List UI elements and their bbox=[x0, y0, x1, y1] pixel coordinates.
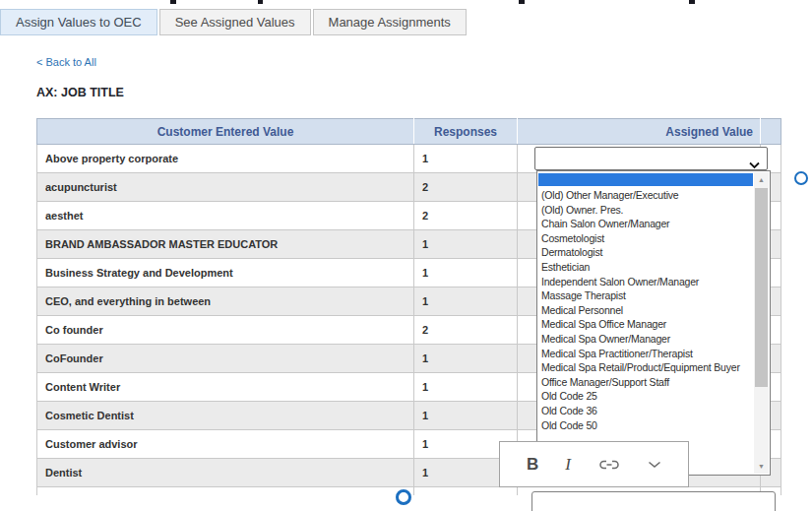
assigned-value-select[interactable] bbox=[534, 147, 768, 170]
dropdown-option[interactable]: Medical Personnel bbox=[538, 303, 753, 318]
dropdown-option[interactable]: Chain Salon Owner/Manager bbox=[538, 217, 753, 231]
cell-responses: 2 bbox=[414, 173, 518, 202]
screen: Assign Values to OEC See Assigned Values… bbox=[0, 0, 812, 511]
dropdown-scrollbar[interactable]: ▲ ▼ bbox=[754, 172, 769, 474]
cell-customer-value: Business Strategy and Development bbox=[37, 259, 414, 287]
dropdown-option[interactable]: (Old) Owner. Pres. bbox=[538, 203, 753, 218]
scroll-up-icon[interactable]: ▲ bbox=[754, 172, 769, 187]
dropdown-option[interactable]: Independent Salon Owner/Manager bbox=[538, 275, 753, 289]
cell-customer-value: Content Writer bbox=[37, 373, 414, 402]
scrollbar-thumb[interactable] bbox=[755, 188, 768, 387]
cell-customer-value: aesthet bbox=[37, 202, 414, 230]
dropdown-option-blank-selected[interactable] bbox=[538, 173, 753, 186]
dropdown-option[interactable]: Massage Therapist bbox=[538, 288, 753, 303]
col-header-assigned-value: Assigned Value bbox=[518, 119, 761, 145]
cell-responses: 1 bbox=[414, 287, 518, 316]
cell-responses: 1 bbox=[414, 259, 518, 287]
bold-button[interactable]: B bbox=[527, 455, 538, 475]
cell-responses: 1 bbox=[414, 402, 518, 430]
cell-empty bbox=[37, 487, 414, 495]
back-to-all-link[interactable]: < Back to All bbox=[36, 56, 96, 68]
col-header-customer-entered-value: Customer Entered Value bbox=[37, 119, 414, 145]
scroll-down-icon[interactable]: ▼ bbox=[754, 459, 769, 474]
dropdown-option[interactable]: (Old) Other Manager/Executive bbox=[538, 188, 753, 203]
cell-responses: 1 bbox=[414, 145, 518, 173]
cell-customer-value: acupuncturist bbox=[37, 173, 414, 202]
cell-responses: 2 bbox=[414, 316, 518, 345]
cell-empty bbox=[414, 487, 518, 495]
dropdown-option[interactable]: Medical Spa Practitioner/Therapist bbox=[538, 347, 753, 361]
dropdown-option[interactable]: Old Code 25 bbox=[538, 389, 753, 404]
tab-see-assigned-values[interactable]: See Assigned Values bbox=[159, 9, 311, 35]
dropdown-option[interactable]: Old Code 50 bbox=[538, 418, 753, 433]
cell-customer-value: Co founder bbox=[37, 316, 414, 345]
cell-responses: 1 bbox=[414, 345, 518, 373]
cell-customer-value: Above property corporate bbox=[37, 145, 414, 173]
cell-responses: 2 bbox=[414, 202, 518, 230]
annotation-circle-right bbox=[794, 171, 808, 185]
dropdown-option[interactable]: Dermatologist bbox=[538, 245, 753, 260]
assigned-value-dropdown: (Old) Other Manager/Executive(Old) Owner… bbox=[536, 170, 771, 476]
formatting-toolbar: B I bbox=[499, 441, 689, 487]
dropdown-options: (Old) Other Manager/Executive(Old) Owner… bbox=[538, 188, 753, 432]
tab-assign-values-to-oec[interactable]: Assign Values to OEC bbox=[0, 9, 157, 35]
cell-customer-value: Customer advisor bbox=[37, 430, 414, 459]
dropdown-option[interactable]: Esthetician bbox=[538, 260, 753, 275]
dropdown-option[interactable]: Medical Spa Office Manager bbox=[538, 317, 753, 332]
dropdown-option[interactable]: Medical Spa Retail/Product/Equipment Buy… bbox=[538, 360, 753, 375]
cell-customer-value: CoFounder bbox=[37, 345, 414, 373]
clipped-text-remnant bbox=[689, 0, 695, 4]
annotation-circle-bottom bbox=[396, 489, 411, 505]
next-row-select-partial[interactable] bbox=[531, 491, 776, 511]
col-header-empty bbox=[761, 119, 781, 145]
table-header-row: Customer Entered Value Responses Assigne… bbox=[37, 119, 781, 145]
dropdown-option[interactable]: Old Code 36 bbox=[538, 404, 753, 418]
page-title: AX: JOB TITLE bbox=[36, 86, 124, 99]
chevron-down-icon[interactable] bbox=[648, 461, 661, 469]
cell-customer-value: CEO, and everything in between bbox=[37, 287, 414, 316]
cell-customer-value: BRAND AMBASSADOR MASTER EDUCATOR bbox=[37, 230, 414, 259]
cell-customer-value: Dentist bbox=[37, 459, 414, 487]
dropdown-option[interactable]: Medical Spa Owner/Manager bbox=[538, 332, 753, 347]
clipped-text-remnant bbox=[170, 0, 176, 4]
dropdown-option[interactable]: Cosmetologist bbox=[538, 231, 753, 246]
tab-manage-assignments[interactable]: Manage Assignments bbox=[313, 9, 467, 35]
italic-button[interactable]: I bbox=[565, 455, 571, 475]
clipped-text-remnant bbox=[519, 0, 525, 4]
cell-responses: 1 bbox=[414, 230, 518, 259]
col-header-responses: Responses bbox=[414, 119, 518, 145]
tab-bar: Assign Values to OEC See Assigned Values… bbox=[0, 9, 467, 35]
dropdown-option[interactable]: Office Manager/Support Staff bbox=[538, 375, 753, 390]
cell-responses: 1 bbox=[414, 373, 518, 402]
clipped-text-remnant bbox=[258, 0, 263, 4]
cell-customer-value: Cosmetic Dentist bbox=[37, 402, 414, 430]
link-icon[interactable] bbox=[597, 458, 621, 472]
